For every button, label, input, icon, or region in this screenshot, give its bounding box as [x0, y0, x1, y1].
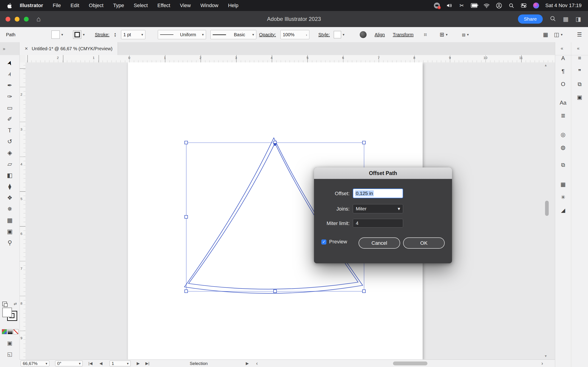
previous-artboard-icon[interactable]: ◀ — [99, 360, 103, 367]
menu-item-help[interactable]: Help — [223, 2, 243, 8]
curvature-tool[interactable]: ✑ — [0, 91, 19, 102]
menu-item-view[interactable]: View — [175, 2, 195, 8]
style-label[interactable]: Style: — [318, 27, 330, 42]
scroll-up-icon[interactable]: ▲ — [544, 63, 547, 67]
artboard-number-dropdown[interactable]: 1 ▾ — [110, 361, 131, 366]
stroke-label[interactable]: Stroke: — [95, 27, 109, 42]
menu-item-illustrator[interactable]: Illustrator — [18, 2, 48, 8]
properties-panel-icon[interactable]: ≡ — [571, 55, 588, 61]
horizontal-ruler[interactable]: 2 1 0 1 2 3 4 5 6 7 8 9 10 11 — [26, 55, 555, 63]
menu-item-select[interactable]: Select — [129, 2, 153, 8]
menu-item-edit[interactable]: Edit — [66, 2, 84, 8]
transform-link[interactable]: Transform — [393, 27, 414, 42]
comments-panel-icon[interactable]: ❞ — [571, 68, 588, 75]
graphic-styles-panel-icon[interactable]: ◍ — [555, 144, 571, 151]
column-graph-tool[interactable]: ▦ — [0, 215, 19, 226]
eyedropper-tool[interactable]: ⧫ — [0, 181, 19, 192]
brushes-panel-icon[interactable]: ✳ — [555, 194, 571, 200]
gradient-panel-icon[interactable]: ◢ — [555, 207, 571, 214]
stroke-weight-dropdown[interactable]: 1 pt ▾ — [121, 27, 145, 42]
rectangle-tool[interactable]: ▭ — [0, 102, 19, 114]
status-play-icon[interactable]: ▶ — [246, 360, 249, 367]
menu-lines-icon[interactable]: ☰ — [577, 27, 582, 42]
pattern-options-panel-icon[interactable]: ▦ — [555, 181, 571, 188]
zoom-window-button[interactable] — [24, 17, 29, 22]
graphic-style-dropdown[interactable]: ▾ — [334, 27, 345, 42]
snap-options-icon[interactable]: ⧈▾ — [462, 27, 469, 42]
distribute-options-icon[interactable]: ⊞▾ — [440, 27, 448, 42]
default-fill-stroke-icon[interactable] — [2, 302, 7, 306]
gradient-tool[interactable]: ◧ — [0, 170, 19, 181]
document-tab[interactable]: ✕ Untitled-1* @ 66,67 % (CMYK/Preview) — [19, 42, 118, 55]
screen-mode-icon[interactable]: ◱ — [0, 351, 19, 357]
menu-item-object[interactable]: Object — [84, 2, 108, 8]
shear-tool[interactable]: ▱ — [0, 158, 19, 170]
menu-item-type[interactable]: Type — [108, 2, 129, 8]
close-window-button[interactable] — [6, 17, 10, 22]
brush-definition-dropdown[interactable]: Basic ▾ — [210, 27, 256, 42]
none-button[interactable] — [13, 329, 18, 334]
collapse-panels-icon[interactable]: « — [561, 46, 563, 51]
scissors-icon[interactable]: ✂ — [458, 2, 465, 9]
close-tab-icon[interactable]: ✕ — [25, 46, 28, 51]
fill-color-control[interactable]: ▾ — [52, 27, 63, 42]
next-artboard-icon[interactable]: ▶ — [137, 360, 140, 367]
menu-bar-clock[interactable]: Sat 4 Nov 17:19 — [545, 2, 582, 8]
character-panel-icon[interactable]: A — [555, 55, 571, 61]
character-styles-panel-icon[interactable]: Aa — [555, 100, 571, 106]
joins-dropdown[interactable]: Miter ▾ — [353, 204, 403, 213]
align-objects-icon[interactable]: ⌗ — [424, 27, 427, 42]
paragraph-styles-panel-icon[interactable]: ≣ — [555, 112, 571, 119]
user-account-icon[interactable] — [496, 2, 502, 9]
workspace-switcher-icon[interactable]: ▦ — [563, 16, 569, 23]
volume-icon[interactable] — [446, 2, 452, 9]
stroke-swatch[interactable] — [73, 31, 81, 39]
battery-icon[interactable] — [471, 2, 477, 9]
gradient-button[interactable] — [8, 329, 13, 334]
layers-panel-icon[interactable]: ⧉ — [571, 81, 588, 87]
transform-panel-icon[interactable]: ⧉ — [555, 162, 571, 168]
scroll-down-icon[interactable]: ▼ — [544, 354, 547, 358]
opacity-label[interactable]: Opacity: — [259, 27, 276, 42]
scroll-left-icon[interactable]: ‹ — [256, 360, 258, 367]
paragraph-panel-icon[interactable]: ¶ — [555, 68, 571, 75]
preview-checkbox[interactable]: ✓ — [321, 240, 326, 244]
canvas[interactable]: ▲ ▼ — [26, 62, 555, 359]
stroke-weight-stepper[interactable]: ▴▾ — [114, 27, 117, 42]
first-artboard-icon[interactable]: |◀ — [88, 360, 93, 367]
align-link[interactable]: Align — [375, 27, 385, 42]
blend-tool[interactable]: ❖ — [0, 192, 19, 203]
share-button[interactable]: Share — [518, 15, 543, 24]
type-tool[interactable]: T — [0, 125, 19, 136]
menu-item-window[interactable]: Window — [195, 2, 223, 8]
cancel-button[interactable]: Cancel — [359, 237, 400, 249]
fill-swatch[interactable] — [52, 31, 60, 39]
paintbrush-tool[interactable]: ✐ — [0, 114, 19, 125]
apex-anchor-point[interactable] — [274, 143, 276, 146]
spotlight-search-icon[interactable] — [508, 2, 515, 9]
search-icon[interactable] — [550, 15, 556, 23]
vertical-ruler[interactable]: 2 3 4 5 6 7 8 9 — [19, 62, 26, 359]
home-icon[interactable]: ⌂ — [36, 15, 41, 23]
horizontal-scrollbar[interactable] — [393, 361, 427, 365]
offset-input[interactable]: 0,125 in — [353, 189, 403, 198]
grid-view-icon[interactable]: ▦ — [543, 27, 548, 42]
artboard-tool[interactable]: ▣ — [0, 226, 19, 237]
appearance-panel-icon[interactable]: ◎ — [555, 131, 571, 138]
vertical-scrollbar[interactable] — [545, 201, 549, 216]
wifi-icon[interactable] — [483, 2, 490, 9]
eraser-tool[interactable]: ◈ — [0, 147, 19, 158]
stroke-color-control[interactable]: ▾ — [73, 27, 85, 42]
layout-options-icon[interactable]: ◫▾ — [554, 27, 562, 42]
swap-fill-stroke-icon[interactable]: ⇄ — [14, 302, 17, 306]
menu-item-effect[interactable]: Effect — [153, 2, 175, 8]
chevron-down-icon[interactable]: ▾ — [83, 33, 85, 37]
color-button[interactable] — [2, 329, 7, 334]
rotate-tool[interactable]: ↺ — [0, 136, 19, 147]
scroll-right-icon[interactable]: › — [541, 360, 543, 367]
control-center-icon[interactable] — [520, 2, 527, 9]
siri-icon[interactable] — [533, 2, 539, 9]
ruler-origin-corner[interactable] — [19, 55, 26, 63]
artboards-panel-icon[interactable]: ▣ — [571, 94, 588, 100]
panel-toggle-icon[interactable]: ◨ — [575, 16, 581, 23]
